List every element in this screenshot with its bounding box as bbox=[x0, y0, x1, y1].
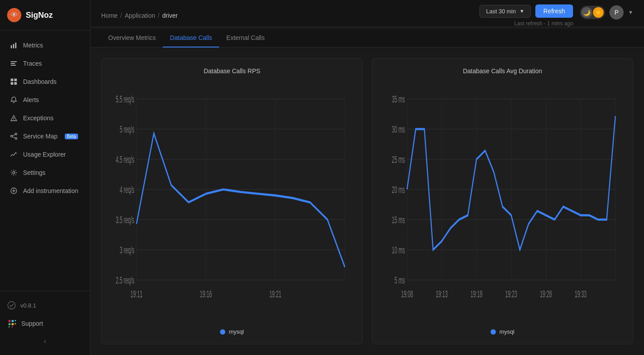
user-initial: P bbox=[614, 9, 618, 16]
bell-icon bbox=[10, 96, 18, 104]
svg-text:19:23: 19:23 bbox=[505, 289, 517, 300]
tabs-bar: Overview Metrics Database Calls External… bbox=[90, 29, 644, 47]
duration-legend: mysql bbox=[381, 328, 624, 335]
svg-text:19:18: 19:18 bbox=[471, 289, 483, 300]
gear-icon bbox=[10, 169, 18, 177]
sidebar-label-usage-explorer: Usage Explorer bbox=[23, 151, 66, 158]
rps-legend: mysql bbox=[110, 328, 353, 335]
svg-text:19:08: 19:08 bbox=[401, 289, 413, 300]
sidebar-item-add-instrumentation[interactable]: Add instrumentation bbox=[3, 182, 87, 200]
sidebar-item-settings[interactable]: Settings bbox=[3, 164, 87, 181]
svg-rect-27 bbox=[8, 326, 10, 327]
user-avatar[interactable]: P bbox=[609, 5, 624, 20]
svg-text:30 ms: 30 ms bbox=[392, 124, 405, 135]
rps-legend-label: mysql bbox=[229, 328, 244, 335]
time-selector[interactable]: Last 30 min ▼ bbox=[479, 5, 531, 18]
breadcrumb-sep1: / bbox=[120, 12, 122, 19]
sidebar-label-exceptions: Exceptions bbox=[23, 114, 53, 122]
breadcrumb-current: driver bbox=[162, 12, 178, 19]
main-content: Home / Application / driver Last 30 min … bbox=[90, 0, 644, 355]
rps-chart-title: Database Calls RPS bbox=[110, 67, 353, 75]
tab-database[interactable]: Database Calls bbox=[163, 29, 219, 47]
svg-rect-4 bbox=[11, 63, 15, 64]
rps-chart-body: 5.5 req/s 5 req/s 4.5 req/s 4 req/s 3.5 … bbox=[110, 82, 353, 323]
svg-rect-2 bbox=[15, 43, 16, 48]
svg-rect-7 bbox=[14, 79, 17, 81]
svg-rect-5 bbox=[11, 65, 16, 66]
breadcrumb-application[interactable]: Application bbox=[125, 12, 155, 19]
svg-rect-3 bbox=[11, 61, 17, 62]
sidebar-label-service-map: Service Map bbox=[23, 133, 58, 140]
svg-text:19:33: 19:33 bbox=[575, 289, 587, 300]
logo-icon: 👁 bbox=[7, 8, 21, 22]
support-label: Support bbox=[21, 320, 43, 327]
version-item: v0.8.1 bbox=[0, 296, 90, 314]
sidebar-item-traces[interactable]: Traces bbox=[3, 55, 87, 72]
svg-point-11 bbox=[13, 119, 14, 120]
last-refresh-text: Last refresh - 1 mins ago bbox=[514, 20, 573, 27]
svg-text:35 ms: 35 ms bbox=[392, 94, 405, 105]
svg-text:20 ms: 20 ms bbox=[392, 185, 405, 195]
svg-text:19:13: 19:13 bbox=[436, 289, 448, 300]
sidebar: 👁 SigNoz Metrics Traces Dashboards bbox=[0, 0, 90, 355]
svg-text:4.5 req/s: 4.5 req/s bbox=[116, 154, 134, 165]
tab-external[interactable]: External Calls bbox=[219, 29, 271, 47]
svg-text:3 req/s: 3 req/s bbox=[120, 245, 134, 256]
version-label: v0.8.1 bbox=[20, 302, 36, 309]
sun-icon: ☀️ bbox=[593, 7, 604, 18]
logo-text: SigNoz bbox=[26, 11, 53, 20]
svg-text:2.5 req/s: 2.5 req/s bbox=[116, 275, 134, 286]
time-selector-label: Last 30 min bbox=[486, 8, 516, 15]
collapse-icon: ‹ bbox=[44, 337, 46, 345]
theme-toggle[interactable]: 🌙 ☀️ bbox=[580, 6, 605, 19]
sidebar-item-alerts[interactable]: Alerts bbox=[3, 91, 87, 109]
charts-area: Database Calls RPS 5 bbox=[90, 47, 644, 355]
duration-chart-svg: 35 ms 30 ms 25 ms 20 ms 15 ms 10 ms 5 ms… bbox=[381, 82, 624, 323]
sidebar-item-exceptions[interactable]: Exceptions bbox=[3, 109, 87, 127]
svg-point-21 bbox=[8, 302, 16, 309]
support-item[interactable]: Support bbox=[0, 314, 90, 333]
sidebar-item-usage-explorer[interactable]: Usage Explorer bbox=[3, 146, 87, 163]
svg-rect-9 bbox=[14, 82, 17, 85]
svg-text:19:28: 19:28 bbox=[540, 289, 552, 300]
svg-rect-22 bbox=[8, 320, 11, 322]
breadcrumb-home[interactable]: Home bbox=[101, 12, 118, 19]
header-controls: Last 30 min ▼ Refresh bbox=[479, 4, 573, 18]
svg-line-16 bbox=[12, 137, 15, 138]
tab-overview[interactable]: Overview Metrics bbox=[101, 29, 163, 47]
sidebar-label-settings: Settings bbox=[23, 169, 46, 176]
refresh-button[interactable]: Refresh bbox=[535, 4, 573, 18]
collapse-button[interactable]: ‹ bbox=[0, 333, 90, 350]
svg-text:4 req/s: 4 req/s bbox=[120, 185, 134, 195]
duration-chart-title: Database Calls Avg Duration bbox=[381, 67, 624, 75]
svg-rect-10 bbox=[13, 118, 14, 119]
svg-rect-29 bbox=[12, 326, 13, 327]
duration-chart-card: Database Calls Avg Duration bbox=[372, 58, 633, 344]
svg-text:19:11: 19:11 bbox=[130, 289, 142, 300]
duration-chart-body: 35 ms 30 ms 25 ms 20 ms 15 ms 10 ms 5 ms… bbox=[381, 82, 624, 323]
svg-rect-25 bbox=[12, 323, 14, 325]
trending-icon bbox=[10, 150, 18, 158]
sidebar-item-dashboards[interactable]: Dashboards bbox=[3, 73, 87, 91]
sidebar-label-alerts: Alerts bbox=[23, 96, 39, 103]
svg-point-14 bbox=[15, 138, 17, 139]
sidebar-item-service-map[interactable]: Service Map Beta bbox=[3, 127, 87, 145]
tab-overview-label: Overview Metrics bbox=[108, 34, 156, 41]
chevron-down-icon-user[interactable]: ▼ bbox=[628, 9, 633, 16]
svg-text:15 ms: 15 ms bbox=[392, 215, 405, 225]
moon-icon: 🌙 bbox=[581, 7, 592, 18]
duration-legend-dot bbox=[491, 329, 496, 335]
sidebar-label-traces: Traces bbox=[23, 60, 42, 67]
duration-legend-label: mysql bbox=[499, 328, 514, 335]
sidebar-bottom: v0.8.1 Support ‹ bbox=[0, 291, 90, 355]
svg-rect-26 bbox=[15, 320, 16, 321]
svg-rect-1 bbox=[13, 44, 14, 48]
svg-point-13 bbox=[11, 135, 12, 137]
sidebar-label-metrics: Metrics bbox=[23, 42, 43, 49]
sidebar-item-metrics[interactable]: Metrics bbox=[3, 36, 87, 54]
grid-icon bbox=[10, 78, 18, 86]
svg-point-17 bbox=[13, 172, 15, 174]
check-circle-icon bbox=[7, 301, 16, 310]
breadcrumb-sep2: / bbox=[158, 12, 160, 19]
svg-rect-23 bbox=[12, 320, 14, 322]
